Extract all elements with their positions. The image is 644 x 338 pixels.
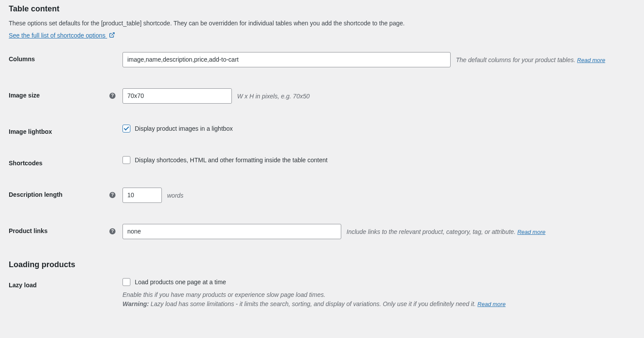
section-title-loading-products: Loading products [9,260,635,269]
section-title-table-content: Table content [9,4,635,14]
svg-line-0 [112,33,114,35]
image-size-input[interactable] [122,88,232,104]
lazy-load-description: Enable this if you have many products or… [122,290,635,309]
description-length-input[interactable] [122,188,162,203]
link-text: See the full list of shortcode options [9,32,105,39]
help-icon[interactable]: ? [109,93,116,99]
lazy-load-read-more-link[interactable]: Read more [477,301,505,307]
image-lightbox-text[interactable]: Display product images in a lightbox [135,125,233,132]
shortcodes-label: Shortcodes [9,156,122,167]
image-size-hint: W x H in pixels, e.g. 70x50 [237,93,310,100]
product-links-label: Product links [9,227,48,234]
lazy-load-label: Lazy load [9,278,122,289]
shortcodes-checkbox[interactable] [122,156,130,164]
product-links-help: Include links to the relevant product, c… [346,228,546,235]
columns-help: The default columns for your product tab… [456,56,605,63]
columns-read-more-link[interactable]: Read more [577,57,605,63]
columns-label: Columns [9,52,122,63]
external-link-icon [109,32,115,38]
shortcode-options-link[interactable]: See the full list of shortcode options [9,32,115,39]
lazy-load-text[interactable]: Load products one page at a time [135,279,226,286]
product-links-read-more-link[interactable]: Read more [517,229,545,235]
help-icon[interactable]: ? [109,192,116,198]
lazy-load-checkbox[interactable] [122,278,130,286]
description-length-hint: words [167,192,183,199]
description-length-label: Description length [9,191,63,198]
shortcodes-text[interactable]: Display shortcodes, HTML and other forma… [135,157,328,164]
help-icon[interactable]: ? [109,228,116,234]
image-size-label: Image size [9,92,40,99]
image-lightbox-label: Image lightbox [9,125,122,135]
columns-input[interactable] [122,52,451,67]
product-links-input[interactable] [122,224,341,239]
image-lightbox-checkbox[interactable] [122,125,130,132]
section-intro: These options set defaults for the [prod… [9,20,635,27]
